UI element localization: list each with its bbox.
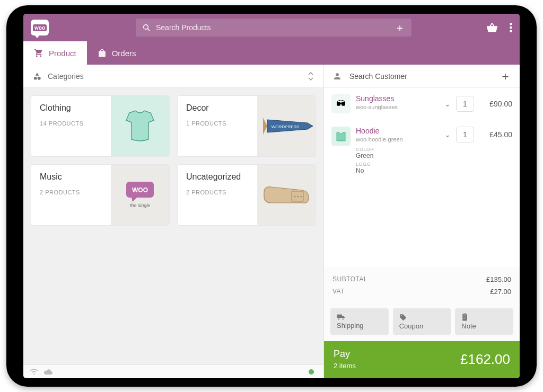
category-count: 2 PRODUCTS xyxy=(40,189,102,195)
category-thumb xyxy=(257,165,316,225)
note-icon xyxy=(461,313,507,321)
pay-total: £162.00 xyxy=(460,351,510,368)
chevron-down-icon[interactable]: ⌄ xyxy=(444,100,451,108)
line-sku: woo-sunglasses xyxy=(356,104,439,110)
attr-value: No xyxy=(356,167,439,174)
category-card-clothing[interactable]: Clothing 14 PRODUCTS xyxy=(31,95,170,157)
main-area: Categories Clothing 14 PRODUCTS xyxy=(23,65,520,378)
subtotal-label: SUBTOTAL xyxy=(332,275,367,283)
product-panel: Categories Clothing 14 PRODUCTS xyxy=(23,65,323,378)
search-products-input[interactable] xyxy=(156,23,389,32)
tab-orders-label: Orders xyxy=(112,49,136,58)
category-name: Decor xyxy=(186,103,249,113)
shipping-button[interactable]: Shipping xyxy=(330,308,389,335)
line-thumb: 🕶 xyxy=(331,94,351,113)
cart-line: 🕶 Sunglasses woo-sunglasses ⌄ £90.00 xyxy=(324,88,520,120)
svg-marker-5 xyxy=(263,118,267,135)
status-dot-icon xyxy=(309,369,314,375)
line-price: £90.00 xyxy=(479,100,512,108)
person-icon xyxy=(332,72,342,81)
pay-label: Pay xyxy=(334,349,356,360)
line-sku: woo-hoodie-green xyxy=(356,136,439,142)
truck-icon xyxy=(337,314,382,320)
svg-text:WORDPRESS: WORDPRESS xyxy=(272,124,299,129)
shapes-icon xyxy=(33,72,41,81)
category-name: Uncategorized xyxy=(186,172,249,182)
coupon-label: Coupon xyxy=(399,322,445,330)
svg-text:WOO: WOO xyxy=(132,186,148,194)
category-name: Music xyxy=(40,172,102,182)
pay-button[interactable]: Pay 2 items £162.00 xyxy=(324,341,520,378)
coupon-button[interactable]: Coupon xyxy=(393,308,451,335)
category-grid: Clothing 14 PRODUCTS Decor 1 PRODUCTS xyxy=(23,88,323,233)
tab-row: Product Orders xyxy=(23,41,520,65)
svg-point-4 xyxy=(510,30,512,33)
bag-icon xyxy=(98,49,107,58)
more-menu-icon[interactable] xyxy=(510,23,512,32)
top-bar: woo ＋ xyxy=(23,14,520,41)
line-name[interactable]: Hoodie xyxy=(356,127,439,135)
screen: woo ＋ xyxy=(23,14,520,378)
customer-search-label: Search Customer xyxy=(349,72,407,81)
shipping-label: Shipping xyxy=(337,322,382,329)
category-card-decor[interactable]: Decor 1 PRODUCTS WORDPRESS xyxy=(177,95,316,157)
logo-text: woo xyxy=(33,24,47,31)
app-logo[interactable]: woo xyxy=(31,20,49,35)
line-name[interactable]: Sunglasses xyxy=(356,94,439,103)
svg-marker-9 xyxy=(132,198,137,202)
pay-items: 2 items xyxy=(334,362,356,370)
categories-header[interactable]: Categories xyxy=(23,65,323,88)
chevron-down-icon[interactable]: ⌄ xyxy=(444,130,451,139)
category-thumb xyxy=(111,96,169,156)
svg-point-16 xyxy=(33,373,35,375)
svg-point-2 xyxy=(510,23,512,25)
svg-rect-21 xyxy=(463,318,465,318)
svg-rect-19 xyxy=(463,316,466,316)
tablet-frame: woo ＋ xyxy=(6,5,537,387)
svg-point-13 xyxy=(294,196,296,198)
customer-search[interactable]: Search Customer ＋ xyxy=(324,65,520,88)
totals-block: SUBTOTAL £135.00 VAT £27.00 xyxy=(324,267,520,303)
quantity-input[interactable] xyxy=(456,127,474,142)
svg-point-17 xyxy=(338,318,339,319)
category-card-uncategorized[interactable]: Uncategorized 2 PRODUCTS xyxy=(177,164,316,226)
cart-line: Hoodie woo-hoodie-green COLOR Green LOGO… xyxy=(324,120,520,183)
category-count: 1 PRODUCTS xyxy=(186,120,249,127)
add-product-icon[interactable]: ＋ xyxy=(395,21,405,35)
vat-label: VAT xyxy=(332,288,345,296)
line-thumb xyxy=(331,127,351,146)
search-icon xyxy=(142,23,151,32)
tab-product[interactable]: Product xyxy=(23,41,87,65)
category-card-music[interactable]: Music 2 PRODUCTS WOOthe single xyxy=(31,164,170,226)
search-products-field[interactable]: ＋ xyxy=(136,19,411,37)
category-thumb: WOOthe single xyxy=(111,165,169,225)
note-button[interactable]: Note xyxy=(455,308,513,335)
status-bar xyxy=(23,364,323,378)
note-label: Note xyxy=(461,322,507,330)
wifi-icon xyxy=(30,369,38,375)
cart-actions: Shipping Coupon Note xyxy=(324,303,520,341)
svg-point-15 xyxy=(301,196,302,198)
svg-rect-20 xyxy=(463,317,466,317)
line-price: £45.00 xyxy=(479,130,512,139)
cart-lines: 🕶 Sunglasses woo-sunglasses ⌄ £90.00 xyxy=(324,88,520,183)
category-count: 2 PRODUCTS xyxy=(186,189,249,195)
quantity-input[interactable] xyxy=(456,96,474,112)
basket-icon[interactable] xyxy=(486,22,498,33)
svg-point-0 xyxy=(144,25,148,30)
svg-text:the single: the single xyxy=(130,203,151,208)
vat-value: £27.00 xyxy=(490,288,511,296)
tab-orders[interactable]: Orders xyxy=(87,41,147,65)
cart-panel: Search Customer ＋ 🕶 Sunglasses woo-sungl… xyxy=(323,65,520,378)
svg-line-1 xyxy=(147,29,150,31)
category-name: Clothing xyxy=(40,103,102,113)
add-customer-icon[interactable]: ＋ xyxy=(500,68,511,84)
svg-point-3 xyxy=(510,26,512,29)
svg-point-18 xyxy=(342,318,344,319)
subtotal-value: £135.00 xyxy=(486,275,511,283)
sort-icon[interactable] xyxy=(308,72,314,81)
category-count: 14 PRODUCTS xyxy=(40,120,102,127)
svg-point-14 xyxy=(297,196,299,198)
categories-label: Categories xyxy=(48,72,84,81)
attr-label: LOGO xyxy=(356,162,439,167)
